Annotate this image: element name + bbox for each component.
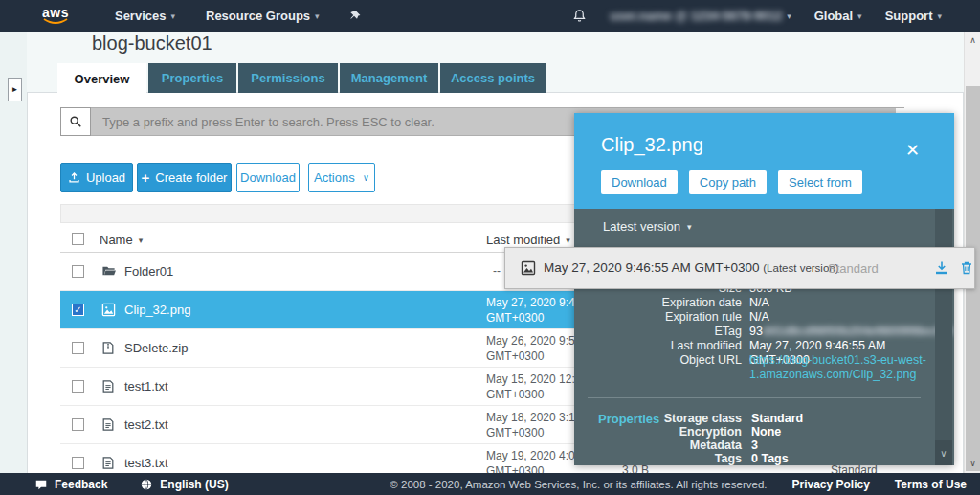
feedback-label: Feedback bbox=[55, 478, 107, 491]
object-detail-panel: Clip_32.png ✕ Download Copy path Select … bbox=[574, 113, 954, 465]
feedback-button[interactable]: Feedback bbox=[34, 478, 107, 491]
prop-value: Standard bbox=[751, 412, 933, 425]
row-checkbox[interactable] bbox=[72, 457, 84, 469]
support-menu[interactable]: Support ▾ bbox=[885, 9, 942, 23]
search-placeholder: Type a prefix and press Enter to search.… bbox=[102, 115, 434, 129]
actions-dropdown-button[interactable]: Actions ∨ bbox=[308, 163, 375, 192]
aws-logo-text: aws bbox=[42, 8, 69, 18]
etag-prefix: 93 bbox=[749, 325, 763, 338]
tab-label: Overview bbox=[75, 72, 130, 86]
row-checkbox[interactable] bbox=[72, 342, 84, 354]
region-menu[interactable]: Global ▾ bbox=[814, 9, 862, 23]
last-modified-header-label: Last modified bbox=[486, 233, 560, 247]
info-label: Expiration rule bbox=[574, 310, 742, 325]
nav-services-menu[interactable]: Services ▾ bbox=[115, 9, 175, 23]
chevron-down-icon: ∨ bbox=[363, 172, 369, 183]
detail-panel-header: Clip_32.png ✕ Download Copy path Select … bbox=[574, 113, 954, 209]
upload-label: Upload bbox=[86, 170, 125, 185]
date-line1: May 19, 2020 4:07 bbox=[486, 449, 581, 462]
caret-down-icon: ▾ bbox=[315, 11, 320, 21]
scroll-down-button[interactable]: ∨ bbox=[965, 455, 980, 471]
scroll-up-button[interactable]: ∧ bbox=[965, 32, 980, 48]
row-checkbox[interactable] bbox=[72, 265, 84, 278]
close-icon[interactable]: ✕ bbox=[905, 140, 920, 161]
date-line2: GMT+0300 bbox=[486, 388, 544, 401]
prop-value: None bbox=[751, 425, 933, 439]
aws-smile-icon bbox=[43, 18, 68, 25]
detail-panel-buttons: Download Copy path Select from bbox=[601, 170, 862, 194]
delete-version-icon[interactable] bbox=[959, 259, 974, 276]
panel-copy-path-button[interactable]: Copy path bbox=[689, 170, 767, 194]
info-label: Expiration date bbox=[574, 296, 742, 310]
prop-label: Storage class bbox=[574, 412, 742, 425]
image-file-icon bbox=[101, 303, 116, 317]
nav-resource-groups-menu[interactable]: Resource Groups ▾ bbox=[206, 9, 320, 23]
name-header-label: Name bbox=[100, 233, 133, 247]
copyright-text: © 2008 - 2020, Amazon Web Services, Inc.… bbox=[390, 479, 767, 490]
language-label: English (US) bbox=[160, 478, 228, 491]
column-header-name[interactable]: Name ▾ bbox=[100, 233, 143, 247]
select-all-checkbox[interactable] bbox=[72, 233, 84, 245]
object-url-link[interactable]: https://blog-bucket01.s3-eu-west-1.amazo… bbox=[749, 353, 941, 382]
panel-divider bbox=[588, 397, 921, 398]
notifications-bell-icon[interactable] bbox=[572, 9, 587, 23]
tab-overview[interactable]: Overview bbox=[57, 63, 146, 94]
caret-down-icon: ▾ bbox=[170, 11, 175, 21]
sidebar-expander-button[interactable]: ► bbox=[8, 78, 22, 101]
date-line1: May 27, 2020 9:46 bbox=[486, 296, 581, 309]
page-title: blog-bucket01 bbox=[92, 33, 212, 55]
panel-select-from-button[interactable]: Select from bbox=[778, 170, 862, 194]
search-icon[interactable] bbox=[60, 107, 91, 136]
row-checkbox[interactable] bbox=[72, 380, 84, 393]
object-name-link[interactable]: test3.txt bbox=[124, 456, 168, 470]
prop-label: Encryption bbox=[574, 425, 742, 439]
info-value: N/A bbox=[749, 296, 941, 310]
date-line1: May 26, 2020 9:54 bbox=[486, 334, 581, 348]
support-label: Support bbox=[885, 9, 933, 23]
bucket-tabs: Overview Properties Permissions Manageme… bbox=[57, 63, 546, 93]
account-name-redacted: user.name @ 1234-5678-9012 bbox=[610, 9, 782, 23]
version-selector-dropdown[interactable]: Latest version ▾ bbox=[603, 219, 691, 234]
tab-permissions[interactable]: Permissions bbox=[238, 63, 338, 93]
download-version-icon[interactable] bbox=[934, 260, 949, 276]
language-selector[interactable]: English (US) bbox=[140, 478, 228, 491]
chevron-up-icon: ∧ bbox=[969, 35, 976, 45]
version-storage-class: Standard bbox=[828, 261, 879, 276]
caret-down-icon: ▾ bbox=[858, 11, 862, 21]
tab-label: Management bbox=[351, 71, 427, 85]
download-button[interactable]: Download bbox=[236, 163, 300, 192]
upload-button[interactable]: Upload bbox=[60, 163, 133, 192]
info-label: ETag bbox=[574, 325, 742, 339]
create-folder-button[interactable]: + Create folder bbox=[137, 163, 232, 192]
date-line2: GMT+0300 bbox=[486, 426, 544, 439]
caret-down-icon: ▾ bbox=[687, 222, 692, 232]
object-name-link[interactable]: SDelete.zip bbox=[124, 341, 188, 355]
version-list-row[interactable]: May 27, 2020 9:46:55 AM GMT+0300 (Latest… bbox=[504, 247, 975, 289]
object-name-link[interactable]: Clip_32.png bbox=[124, 303, 190, 317]
tab-properties[interactable]: Properties bbox=[148, 63, 236, 93]
upload-icon bbox=[68, 171, 80, 184]
date-line1: May 18, 2020 3:14 bbox=[486, 411, 581, 424]
tab-access-points[interactable]: Access points bbox=[440, 63, 546, 93]
column-header-last-modified[interactable]: Last modified ▾ bbox=[486, 233, 570, 247]
row-checkbox[interactable] bbox=[72, 418, 84, 431]
folder-icon bbox=[101, 264, 117, 279]
tab-management[interactable]: Management bbox=[340, 63, 438, 93]
pin-icon[interactable] bbox=[348, 10, 362, 23]
sort-caret-icon: ▾ bbox=[139, 236, 144, 245]
row-checkbox-checked[interactable]: ✓ bbox=[72, 304, 84, 316]
aws-logo[interactable]: aws bbox=[42, 8, 69, 25]
privacy-policy-link[interactable]: Privacy Policy bbox=[791, 478, 869, 491]
terms-of-use-link[interactable]: Terms of Use bbox=[895, 478, 967, 491]
account-menu[interactable]: user.name @ 1234-5678-9012 ▾ bbox=[610, 9, 791, 23]
panel-scroll-down-button[interactable]: ∨ bbox=[935, 440, 952, 465]
nav-resource-groups-label: Resource Groups bbox=[206, 9, 310, 23]
footer-bar: Feedback English (US) © 2008 - 2020, Ama… bbox=[0, 473, 980, 495]
object-name-link[interactable]: test1.txt bbox=[124, 379, 168, 394]
prop-value: 0 Tags bbox=[751, 452, 933, 465]
object-name-link[interactable]: Folder01 bbox=[124, 264, 173, 279]
info-value: 93d41d8cd98f00b204e9800998ecf84 bbox=[749, 325, 941, 339]
object-name-link[interactable]: test2.txt bbox=[124, 417, 168, 432]
panel-download-button[interactable]: Download bbox=[601, 170, 678, 194]
info-label: Object URL bbox=[574, 353, 742, 368]
